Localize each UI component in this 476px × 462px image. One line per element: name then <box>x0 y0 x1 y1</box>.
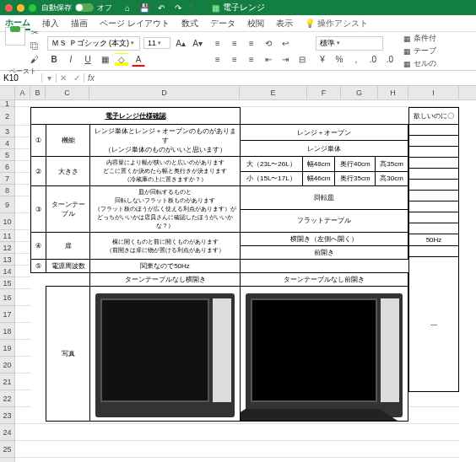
col-header[interactable]: I <box>408 86 459 99</box>
select-all-corner[interactable] <box>0 86 15 99</box>
decrease-font-icon[interactable]: A▾ <box>191 36 204 50</box>
font-size-select[interactable]: 11▾ <box>143 37 170 49</box>
row-header[interactable]: 6 <box>0 161 15 173</box>
row-header[interactable]: 3 <box>0 126 15 137</box>
cell-styles-button[interactable]: ▦セルの <box>403 58 436 69</box>
cancel-icon[interactable]: ✕ <box>57 73 70 83</box>
tab-view[interactable]: 表示 <box>276 18 293 30</box>
row-header[interactable]: 24 <box>0 424 15 441</box>
redo-icon[interactable]: ↷ <box>173 3 183 13</box>
row-header[interactable]: 13 <box>0 254 15 266</box>
col-header[interactable]: H <box>378 86 408 99</box>
decrease-decimal-icon[interactable]: .0 <box>383 53 397 67</box>
chevron-down-icon[interactable]: ▾ <box>190 3 193 13</box>
home-icon[interactable]: ⌂ <box>122 3 133 13</box>
cell-style-icon: ▦ <box>403 60 411 68</box>
close-icon[interactable] <box>5 4 13 12</box>
col-header[interactable]: G <box>341 86 378 99</box>
col-header[interactable]: B <box>30 86 46 99</box>
tab-layout[interactable]: ページ レイアウト <box>100 18 170 30</box>
align-top-icon[interactable]: ≡ <box>211 36 224 50</box>
row-header[interactable]: 5 <box>0 149 15 161</box>
tab-data[interactable]: データ <box>210 18 235 30</box>
comma-icon[interactable]: , <box>349 53 363 67</box>
wrap-text-icon[interactable]: ↩ <box>279 36 292 50</box>
increase-font-icon[interactable]: A▴ <box>174 36 187 50</box>
spreadsheet-grid[interactable]: ABCDEFGHI 123456789101112131415161718192… <box>0 86 476 462</box>
col-header[interactable]: D <box>89 86 240 99</box>
save-icon[interactable]: 💾 <box>139 3 149 13</box>
tab-formulas[interactable]: 数式 <box>181 18 198 30</box>
window-controls[interactable] <box>5 4 36 12</box>
row-header[interactable]: 15 <box>0 277 15 289</box>
row-header[interactable]: 8 <box>0 185 15 196</box>
document-title: ▦ 電子レンジ <box>212 2 265 13</box>
zoom-icon[interactable] <box>29 4 36 12</box>
toggle-icon[interactable] <box>75 3 94 12</box>
percent-icon[interactable]: % <box>333 53 346 67</box>
row-header[interactable]: 4 <box>0 137 15 149</box>
number-format-select[interactable]: 標準▾ <box>316 36 383 51</box>
align-right-icon[interactable]: ≡ <box>245 52 258 66</box>
orientation-icon[interactable]: ⟲ <box>262 36 275 50</box>
row-header[interactable]: 7 <box>0 173 15 185</box>
row-header[interactable]: 23 <box>0 407 15 424</box>
cut-icon[interactable]: ✂ <box>29 27 41 39</box>
minimize-icon[interactable] <box>17 4 24 12</box>
row-header[interactable]: 1 <box>0 100 15 107</box>
name-box[interactable]: K10 <box>0 73 42 83</box>
align-left-icon[interactable]: ≡ <box>211 52 224 66</box>
tab-insert[interactable]: 挿入 <box>42 18 59 30</box>
row-header[interactable]: 18 <box>0 323 15 340</box>
row-header[interactable]: 17 <box>0 306 15 323</box>
col-header[interactable]: F <box>307 86 341 99</box>
row-header[interactable]: 12 <box>0 242 15 254</box>
paste-button[interactable] <box>5 27 25 46</box>
row-header[interactable]: 22 <box>0 390 15 407</box>
border-button[interactable]: ▦ <box>98 53 111 67</box>
undo-icon[interactable]: ↶ <box>156 3 166 13</box>
align-middle-icon[interactable]: ≡ <box>228 36 241 50</box>
row-header[interactable]: 9 <box>0 196 15 213</box>
bold-button[interactable]: B <box>47 53 61 67</box>
autosave-toggle[interactable]: 自動保存 オフ <box>41 3 112 13</box>
row-header[interactable]: 19 <box>0 340 15 357</box>
row-header[interactable]: 14 <box>0 266 15 277</box>
font-color-button[interactable]: A <box>132 53 145 67</box>
fx-icon[interactable]: fx <box>84 73 98 83</box>
tab-review[interactable]: 校閲 <box>247 18 264 30</box>
italic-button[interactable]: I <box>64 53 78 67</box>
increase-decimal-icon[interactable]: .0 <box>366 53 380 67</box>
row-header[interactable]: 2 <box>0 107 15 126</box>
tell-me[interactable]: 💡操作アシスト <box>305 18 368 30</box>
row-header[interactable]: 21 <box>0 373 15 390</box>
col-header[interactable]: A <box>15 86 30 99</box>
col-header[interactable]: C <box>46 86 89 99</box>
format-table-button[interactable]: ▦テーブ <box>403 46 436 56</box>
name-box-dropdown[interactable]: ▾ <box>42 73 56 83</box>
sheet-title: 電子レンジ仕様確認 <box>31 108 241 125</box>
row-header[interactable]: 16 <box>0 289 15 306</box>
indent-increase-icon[interactable]: ⇥ <box>279 52 292 66</box>
currency-icon[interactable]: ¥ <box>316 53 329 67</box>
autosave-label: 自動保存 <box>41 3 72 13</box>
fill-color-button[interactable]: ◇ <box>115 53 128 67</box>
row-header[interactable]: 25 <box>0 441 15 458</box>
col-header[interactable]: E <box>240 86 307 99</box>
format-painter-icon[interactable]: 🖌 <box>29 54 41 66</box>
row-header[interactable]: 11 <box>0 230 15 242</box>
underline-button[interactable]: U <box>81 53 95 67</box>
align-center-icon[interactable]: ≡ <box>228 52 241 66</box>
autosave-state: オフ <box>97 3 112 13</box>
font-name-select[interactable]: ＭＳ Ｐゴシック (本文)▾ <box>47 36 140 51</box>
enter-icon[interactable]: ✓ <box>70 73 84 83</box>
indent-decrease-icon[interactable]: ⇤ <box>262 52 275 66</box>
align-bottom-icon[interactable]: ≡ <box>245 36 258 50</box>
tab-draw[interactable]: 描画 <box>71 18 88 30</box>
row-header[interactable]: 20 <box>0 357 15 373</box>
merge-icon[interactable]: ⊟ <box>295 52 309 66</box>
copy-icon[interactable]: ⿻ <box>29 40 41 52</box>
row-header[interactable]: 10 <box>0 213 15 230</box>
conditional-format-button[interactable]: ▦条件付 <box>403 33 436 44</box>
row-header[interactable]: 26 <box>0 458 15 462</box>
